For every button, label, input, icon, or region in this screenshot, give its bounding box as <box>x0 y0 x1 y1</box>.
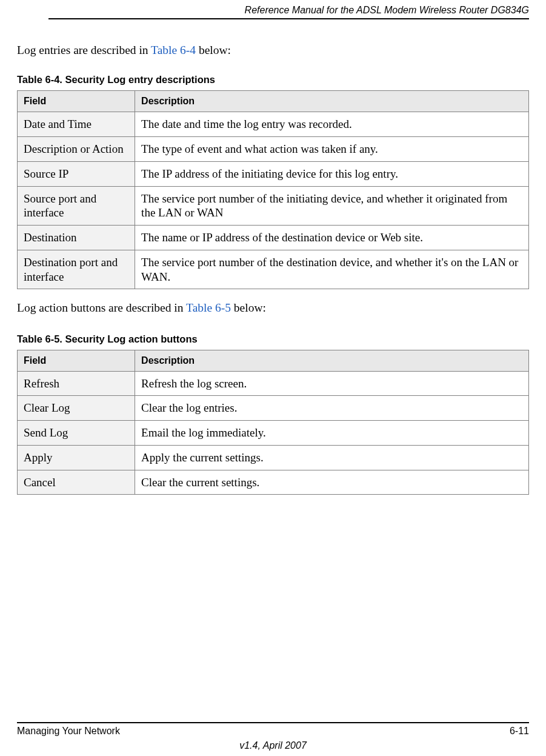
table2-r3-desc: Apply the current settings. <box>135 445 529 470</box>
table-6-5-caption: Table 6-5. Security Log action buttons <box>17 333 529 345</box>
table-row: Send Log Email the log immediately. <box>18 421 529 446</box>
table1-r1-desc: The type of event and what action was ta… <box>135 137 529 162</box>
table-row: Destination The name or IP address of th… <box>18 226 529 250</box>
table2-head-field: Field <box>18 350 135 371</box>
table1-r2-field: Source IP <box>18 161 135 186</box>
table-row: Apply Apply the current settings. <box>18 445 529 470</box>
table1-r0-field: Date and Time <box>18 112 135 137</box>
xref-table-6-5[interactable]: Table 6-5 <box>186 301 231 314</box>
table1-r4-field: Destination <box>18 226 135 250</box>
footer-version: v1.4, April 2007 <box>17 740 529 751</box>
intro-paragraph-1: Log entries are described in Table 6-4 b… <box>17 42 529 58</box>
table1-r1-field: Description or Action <box>18 137 135 162</box>
table-6-4-caption: Table 6-4. Security Log entry descriptio… <box>17 74 529 85</box>
table2-r2-desc: Email the log immediately. <box>135 421 529 446</box>
table-row: Refresh Refresh the log screen. <box>18 371 529 396</box>
table2-r2-field: Send Log <box>18 421 135 446</box>
table2-r4-desc: Clear the current settings. <box>135 470 529 495</box>
table1-r2-desc: The IP address of the initiating device … <box>135 161 529 186</box>
table-row: Source port and interface The service po… <box>18 186 529 226</box>
table2-head-desc: Description <box>135 350 529 371</box>
table-row: Source IP The IP address of the initiati… <box>18 161 529 186</box>
table1-r4-desc: The name or IP address of the destinatio… <box>135 226 529 250</box>
table-row: Clear Log Clear the log entries. <box>18 396 529 421</box>
para2-pre: Log action buttons are described in <box>17 301 186 314</box>
table1-r3-field: Source port and interface <box>18 186 135 226</box>
table-row: Cancel Clear the current settings. <box>18 470 529 495</box>
table-6-5: Field Description Refresh Refresh the lo… <box>17 350 529 495</box>
table1-head-field: Field <box>18 91 135 112</box>
table-row: Destination port and interface The servi… <box>18 250 529 289</box>
table1-r5-field: Destination port and interface <box>18 250 135 289</box>
table-row: Description or Action The type of event … <box>18 137 529 162</box>
para2-post: below: <box>231 301 266 314</box>
page-content: Log entries are described in Table 6-4 b… <box>0 19 546 495</box>
table1-head-desc: Description <box>135 91 529 112</box>
table2-r0-desc: Refresh the log screen. <box>135 371 529 396</box>
table1-r0-desc: The date and time the log entry was reco… <box>135 112 529 137</box>
table2-r4-field: Cancel <box>18 470 135 495</box>
table2-r0-field: Refresh <box>18 371 135 396</box>
footer-page-number: 6-11 <box>510 726 529 737</box>
table1-r5-desc: The service port number of the destinati… <box>135 250 529 289</box>
table1-r3-desc: The service port number of the initiatin… <box>135 186 529 226</box>
table2-r1-field: Clear Log <box>18 396 135 421</box>
xref-table-6-4[interactable]: Table 6-4 <box>151 44 196 56</box>
footer-section: Managing Your Network <box>17 726 120 737</box>
page-header: Reference Manual for the ADSL Modem Wire… <box>0 0 546 16</box>
para1-pre: Log entries are described in <box>17 44 151 56</box>
intro-paragraph-2: Log action buttons are described in Tabl… <box>17 300 529 316</box>
page-footer: Managing Your Network 6-11 v1.4, April 2… <box>17 722 529 751</box>
para1-post: below: <box>196 44 231 56</box>
table2-r3-field: Apply <box>18 445 135 470</box>
table-row: Date and Time The date and time the log … <box>18 112 529 137</box>
table-6-4: Field Description Date and Time The date… <box>17 90 529 289</box>
table2-r1-desc: Clear the log entries. <box>135 396 529 421</box>
